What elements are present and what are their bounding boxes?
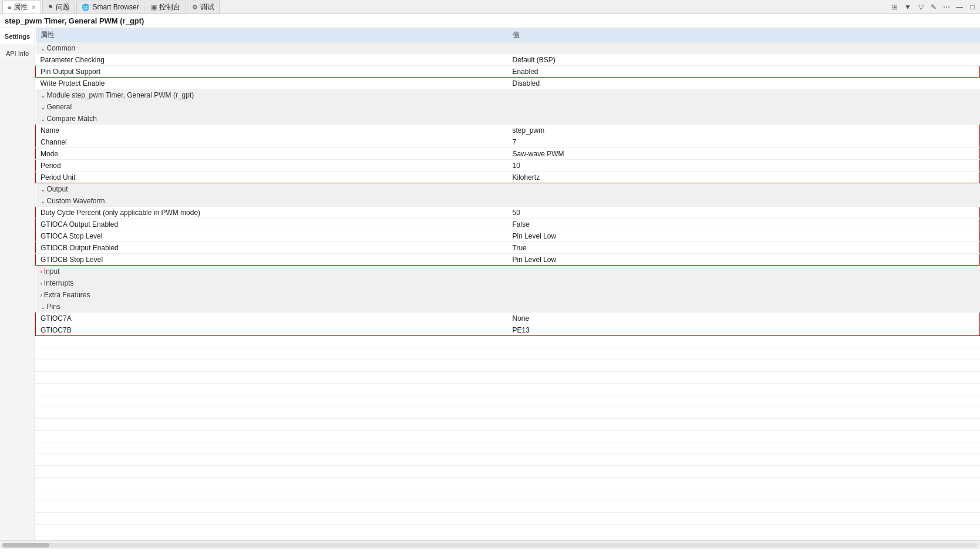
empty-row [35, 348, 980, 360]
table-row[interactable]: Parameter CheckingDefault (BSP) [36, 54, 980, 66]
tab-properties-close[interactable]: ✕ [31, 4, 36, 11]
chevron-icon: ⌄ [41, 45, 45, 52]
chevron-icon: ⌄ [41, 198, 45, 204]
toolbar-btn-5[interactable]: ⋯ [941, 2, 952, 12]
sidebar-item-settings[interactable]: Settings [0, 28, 35, 45]
tab-issues-label: 问题 [56, 2, 70, 12]
toolbar-btn-max[interactable]: □ [967, 2, 978, 12]
prop-value: Disabled [508, 78, 980, 89]
table-row[interactable]: GTIOC7BPE13 [36, 324, 980, 336]
table-row[interactable]: GTIOCA Stop LevelPin Level Low [36, 230, 980, 242]
table-row[interactable]: Period10 [36, 160, 980, 172]
prop-label: ⌄Custom Waveform [36, 195, 508, 207]
chevron-icon: ⌄ [41, 116, 45, 122]
table-row[interactable]: GTIOC7ANone [36, 313, 980, 324]
empty-row [35, 442, 980, 454]
chevron-icon: › [41, 268, 42, 275]
section-row[interactable]: ⌄Common [36, 42, 980, 54]
prop-value [508, 89, 980, 101]
col-property-header: 属性 [36, 28, 508, 42]
table-row[interactable]: Channel7 [36, 136, 980, 148]
toolbar-btn-4[interactable]: ✎ [928, 2, 939, 12]
empty-row [35, 465, 980, 477]
properties-tab-icon: ≡ [8, 4, 11, 11]
table-row[interactable]: GTIOCB Stop LevelPin Level Low [36, 254, 980, 266]
empty-row [35, 512, 980, 524]
prop-label: Period [36, 160, 508, 172]
prop-label: ›Interrupts [36, 277, 508, 289]
prop-value [508, 266, 980, 277]
chevron-icon: ⌄ [41, 186, 45, 193]
table-row[interactable]: GTIOCB Output EnabledTrue [36, 242, 980, 254]
table-row[interactable]: Namestep_pwm [36, 125, 980, 136]
prop-value: 10 [508, 160, 980, 172]
tab-issues[interactable]: ⚑ 问题 [42, 1, 75, 14]
empty-rows-table [35, 336, 980, 540]
table-row[interactable]: ModeSaw-wave PWM [36, 148, 980, 160]
empty-row [35, 336, 980, 348]
prop-label: ⌄General [36, 101, 508, 113]
section-row[interactable]: ⌄Module step_pwm Timer, General PWM (r_g… [36, 89, 980, 101]
tab-properties-label: 属性 [14, 2, 28, 12]
prop-label: GTIOCB Output Enabled [36, 242, 508, 254]
tab-properties[interactable]: ≡ 属性 ✕ [2, 1, 41, 14]
section-row[interactable]: ›Input [36, 266, 980, 277]
prop-value: Kilohertz [508, 172, 980, 183]
section-row[interactable]: ⌄Pins [36, 301, 980, 313]
prop-value [508, 42, 980, 54]
empty-row [35, 477, 980, 489]
toolbar-btn-3[interactable]: ▽ [915, 2, 926, 12]
section-row[interactable]: ⌄General [36, 101, 980, 113]
empty-row [35, 360, 980, 371]
empty-row [35, 383, 980, 395]
content-area: 属性 值 ⌄CommonParameter CheckingDefault (B… [35, 28, 980, 540]
prop-label: GTIOC7A [36, 313, 508, 324]
table-row[interactable]: Pin Output SupportEnabled [36, 66, 980, 78]
bottom-scrollbar[interactable] [0, 540, 980, 549]
prop-label: Channel [36, 136, 508, 148]
sidebar-item-api-info[interactable]: API Info [0, 45, 35, 62]
prop-value [508, 277, 980, 289]
prop-value: 50 [508, 207, 980, 219]
tab-console[interactable]: ▣ 控制台 [146, 1, 186, 14]
table-row[interactable]: Period UnitKilohertz [36, 172, 980, 183]
prop-value: Enabled [508, 66, 980, 78]
page-title: step_pwm Timer, General PWM (r_gpt) [0, 14, 980, 28]
properties-table: 属性 值 ⌄CommonParameter CheckingDefault (B… [35, 28, 980, 336]
prop-label: ⌄Module step_pwm Timer, General PWM (r_g… [36, 89, 508, 101]
sidebar: Settings API Info [0, 28, 35, 540]
prop-value: True [508, 242, 980, 254]
prop-label: Name [36, 125, 508, 136]
prop-label: ⌄Output [36, 183, 508, 195]
empty-row [35, 524, 980, 536]
toolbar-btn-1[interactable]: ⊞ [890, 2, 900, 12]
prop-label: Duty Cycle Percent (only applicable in P… [36, 207, 508, 219]
prop-label: ›Extra Features [36, 289, 508, 301]
prop-value: Saw-wave PWM [508, 148, 980, 160]
section-row[interactable]: ›Interrupts [36, 277, 980, 289]
toolbar-right: ⊞ ▼ ▽ ✎ ⋯ — □ [890, 2, 978, 12]
table-row[interactable]: Write Protect EnableDisabled [36, 78, 980, 89]
chevron-icon: › [41, 280, 42, 287]
tab-console-label: 控制台 [159, 2, 180, 12]
section-row[interactable]: ⌄Output [36, 183, 980, 195]
empty-row [35, 501, 980, 512]
toolbar-btn-min[interactable]: — [954, 2, 965, 12]
section-row[interactable]: ⌄Compare Match [36, 113, 980, 125]
section-row[interactable]: ⌄Custom Waveform [36, 195, 980, 207]
col-value-header: 值 [508, 28, 980, 42]
tab-debug[interactable]: ⚙ 调试 [187, 1, 220, 14]
tab-smart-browser-label: Smart Browser [92, 3, 139, 11]
prop-label: Pin Output Support [36, 66, 508, 78]
prop-label: ⌄Compare Match [36, 113, 508, 125]
empty-row [35, 395, 980, 407]
prop-label: Mode [36, 148, 508, 160]
section-row[interactable]: ›Extra Features [36, 289, 980, 301]
prop-label: Period Unit [36, 172, 508, 183]
table-row[interactable]: GTIOCA Output EnabledFalse [36, 219, 980, 230]
prop-value: Pin Level Low [508, 254, 980, 266]
tab-smart-browser[interactable]: 🌐 Smart Browser [76, 1, 144, 14]
prop-label: ⌄Common [36, 42, 508, 54]
table-row[interactable]: Duty Cycle Percent (only applicable in P… [36, 207, 980, 219]
toolbar-btn-2[interactable]: ▼ [902, 2, 913, 12]
